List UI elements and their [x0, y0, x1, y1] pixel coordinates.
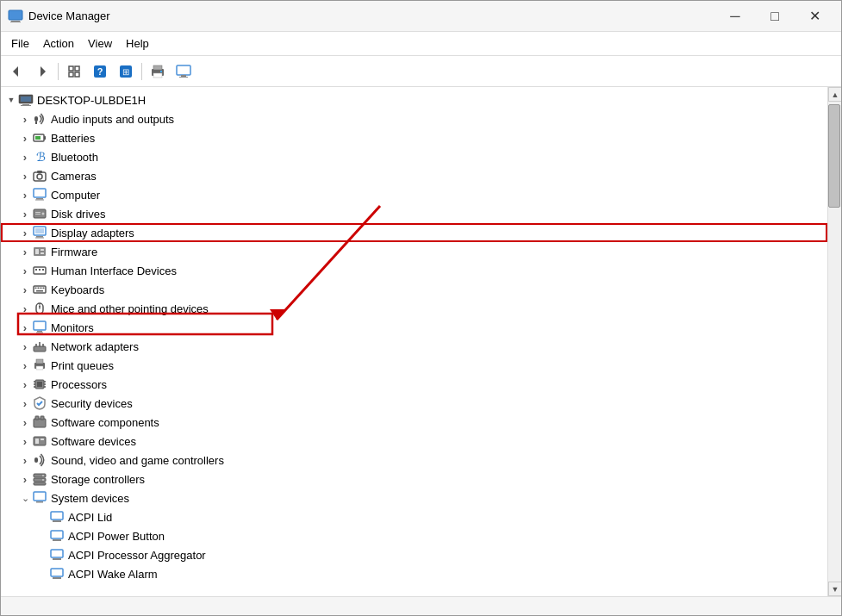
tree-item[interactable]: ›Software components: [1, 413, 827, 432]
category-label: Print queues: [51, 359, 114, 372]
scan-button[interactable]: ⊞: [114, 59, 138, 84]
svg-point-60: [39, 306, 41, 308]
category-label: Sound, video and game controllers: [51, 454, 224, 467]
menu-help[interactable]: Help: [119, 34, 156, 53]
category-icon: [32, 206, 47, 221]
expand-icon[interactable]: ⌄: [18, 491, 32, 505]
category-label: Bluetooth: [51, 151, 98, 164]
tree-item[interactable]: ›Display adapters: [1, 223, 827, 242]
expand-icon[interactable]: ›: [18, 169, 32, 183]
menu-action[interactable]: Action: [36, 34, 81, 53]
category-icon: [49, 509, 65, 525]
print-button[interactable]: [146, 59, 170, 84]
tree-item[interactable]: ›Network adapters: [1, 337, 827, 356]
svg-rect-34: [36, 198, 43, 200]
expand-icon[interactable]: ›: [18, 226, 32, 240]
help-button[interactable]: ?: [88, 59, 112, 84]
tree-item[interactable]: ›Security devices: [1, 394, 827, 413]
tree-item[interactable]: ›Computer: [1, 185, 827, 204]
toolbar: ? ⊞: [1, 56, 841, 87]
tree-item[interactable]: ›Keyboards: [1, 280, 827, 299]
device-tree[interactable]: ▼ DESKTOP-ULBDE1H ›Audio inputs and outp…: [1, 87, 827, 596]
expand-icon[interactable]: ›: [18, 453, 32, 467]
tree-item[interactable]: ›Human Interface Devices: [1, 261, 827, 280]
tree-item[interactable]: ›Sound, video and game controllers: [1, 451, 827, 470]
scroll-up[interactable]: ▲: [828, 87, 841, 102]
tree-item[interactable]: ›Disk drives: [1, 204, 827, 223]
expand-icon[interactable]: ›: [18, 302, 32, 315]
tree-item[interactable]: ›Software devices: [1, 432, 827, 451]
tree-item[interactable]: ›ℬBluetooth: [1, 147, 827, 166]
expand-icon[interactable]: ›: [18, 320, 32, 334]
svg-rect-0: [9, 10, 22, 20]
tree-item[interactable]: ›Processors: [1, 375, 827, 394]
minimize-button[interactable]: ─: [715, 3, 755, 29]
expand-icon[interactable]: ›: [18, 472, 32, 486]
expand-icon[interactable]: ›: [18, 112, 32, 126]
svg-marker-4: [41, 66, 46, 77]
tree-item[interactable]: ›Storage controllers: [1, 470, 827, 488]
expand-icon[interactable]: ›: [18, 283, 32, 296]
svg-rect-91: [34, 492, 46, 501]
close-button[interactable]: ✕: [795, 3, 834, 29]
expand-icon[interactable]: ›: [18, 188, 32, 202]
expand-icon[interactable]: ›: [18, 434, 32, 448]
category-icon: [49, 528, 65, 544]
expand-icon[interactable]: ›: [18, 415, 32, 429]
expand-icon[interactable]: ›: [18, 264, 32, 277]
category-icon: [32, 187, 47, 202]
menu-view[interactable]: View: [81, 34, 119, 53]
forward-button[interactable]: [30, 59, 54, 84]
tree-item[interactable]: ›Firmware: [1, 242, 827, 261]
expand-icon[interactable]: ›: [18, 131, 32, 145]
expand-icon[interactable]: ›: [18, 245, 32, 258]
expand-icon[interactable]: ›: [18, 339, 32, 353]
tree-root[interactable]: ▼ DESKTOP-ULBDE1H: [1, 90, 827, 109]
category-icon: [32, 395, 47, 411]
tree-item[interactable]: ACPI Power Button: [1, 526, 827, 545]
tree-item[interactable]: ›Batteries: [1, 128, 827, 147]
category-icon: [32, 301, 47, 316]
svg-marker-3: [13, 66, 18, 77]
expand-icon[interactable]: ›: [18, 207, 32, 221]
expand-icon[interactable]: ›: [18, 150, 32, 164]
tree-item[interactable]: ›Monitors: [1, 318, 827, 337]
svg-rect-38: [35, 212, 41, 213]
svg-rect-21: [21, 96, 31, 102]
scroll-thumb[interactable]: [828, 104, 840, 208]
root-expand[interactable]: ▼: [4, 93, 18, 107]
show-hide-button[interactable]: [62, 59, 86, 84]
category-label: ACPI Processor Aggregator: [68, 549, 206, 562]
tree-item[interactable]: ACPI Wake Alarm: [1, 564, 827, 583]
svg-point-90: [42, 479, 44, 481]
menu-file[interactable]: File: [4, 34, 36, 53]
tree-item[interactable]: ACPI Processor Aggregator: [1, 545, 827, 564]
svg-rect-79: [34, 419, 46, 427]
expand-icon[interactable]: ›: [18, 377, 32, 391]
svg-rect-17: [177, 65, 190, 75]
scroll-down[interactable]: ▼: [828, 582, 841, 596]
tree-item[interactable]: ACPI Lid: [1, 507, 827, 526]
svg-point-37: [42, 213, 45, 215]
scrollbar[interactable]: ▲ ▼: [827, 87, 841, 596]
monitor-button[interactable]: [172, 59, 196, 84]
tree-item[interactable]: ⌄System devices: [1, 488, 827, 507]
tree-item[interactable]: ›Audio inputs and outputs: [1, 109, 827, 128]
maximize-button[interactable]: □: [755, 3, 795, 29]
expand-icon[interactable]: ›: [18, 358, 32, 372]
category-icon: [32, 111, 47, 127]
svg-rect-97: [51, 550, 63, 557]
expand-icon[interactable]: ›: [18, 396, 32, 410]
tree-item[interactable]: ›Print queues: [1, 356, 827, 375]
svg-rect-53: [35, 288, 37, 289]
svg-rect-19: [179, 77, 188, 78]
back-button[interactable]: [4, 59, 28, 84]
category-label: ACPI Lid: [68, 511, 112, 524]
tree-item[interactable]: ›Cameras: [1, 166, 827, 185]
app-icon: [8, 9, 23, 24]
svg-rect-81: [41, 416, 44, 420]
svg-rect-84: [41, 439, 44, 440]
tree-item[interactable]: ›Mice and other pointing devices: [1, 299, 827, 318]
svg-rect-63: [36, 333, 43, 333]
svg-rect-15: [153, 73, 162, 78]
